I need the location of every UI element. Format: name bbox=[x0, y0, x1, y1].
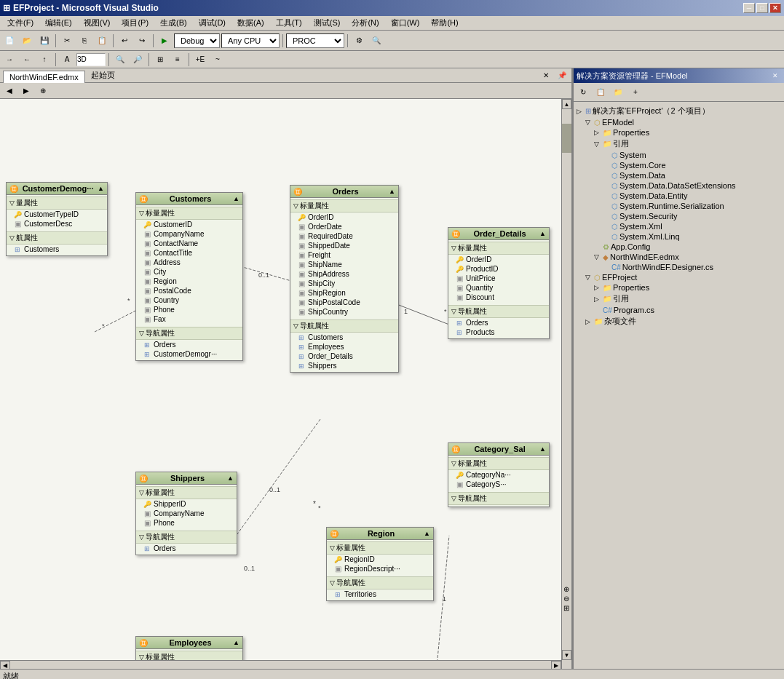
tree-system-core[interactable]: ⬡ System.Core bbox=[577, 160, 781, 170]
menu-analyze[interactable]: 分析(N) bbox=[347, 16, 383, 30]
undo-btn[interactable]: ↩ bbox=[116, 33, 132, 48]
tree-efmodel[interactable]: ▽ ⬡ EFModel bbox=[577, 117, 781, 127]
section-header-nav-catsal[interactable]: ▽导航属性 bbox=[448, 492, 549, 505]
panel-close-btn[interactable]: ✕ bbox=[769, 71, 781, 81]
entity-orders[interactable]: ♊ Orders ▲ ▽标量属性 🔑 OrderID ▣ OrderDate bbox=[290, 185, 399, 373]
tree-misc-files[interactable]: ▷ 📁 杂项文件 bbox=[577, 315, 781, 327]
tree-properties-1[interactable]: ▷ 📁 Properties bbox=[577, 127, 781, 138]
entity-header-customerdemog[interactable]: ♊ CustomerDemog··· ▲ bbox=[7, 183, 107, 195]
collapse-order-details[interactable]: ▲ bbox=[539, 230, 546, 237]
tree-system-data[interactable]: ⬡ System.Data bbox=[577, 170, 781, 180]
se-props-btn[interactable]: 📋 bbox=[593, 85, 609, 100]
dtb-1[interactable]: ◀ bbox=[1, 84, 17, 98]
tb-btn4[interactable]: A bbox=[59, 52, 75, 67]
extra-btn1[interactable]: ⚙ bbox=[351, 33, 367, 48]
menu-debug[interactable]: 调试(D) bbox=[194, 16, 230, 30]
tree-system-data-dse[interactable]: ⬡ System.Data.DataSetExtensions bbox=[577, 180, 781, 191]
section-header-scalar-shippers[interactable]: ▽标量属性 bbox=[136, 486, 237, 499]
entity-shippers[interactable]: ♊ Shippers ▲ ▽标量属性 🔑 ShipperID ▣ Company… bbox=[135, 472, 237, 555]
menu-build[interactable]: 生成(B) bbox=[156, 16, 191, 30]
menu-test[interactable]: 测试(S) bbox=[309, 16, 345, 30]
extra-btn2[interactable]: 🔍 bbox=[368, 33, 384, 48]
save-btn[interactable]: 💾 bbox=[36, 33, 52, 48]
entity-customerdemog[interactable]: ♊ CustomerDemog··· ▲ ▽量属性 🔑 CustomerType… bbox=[6, 182, 108, 256]
zoom-in-canvas[interactable]: ⊕ bbox=[563, 585, 569, 593]
horizontal-scrollbar[interactable]: ◀ ▶ bbox=[0, 660, 561, 669]
cpu-config-dropdown[interactable]: Any CPU bbox=[221, 33, 280, 48]
entity-header-category-sal[interactable]: ♊ Category_Sal ▲ bbox=[448, 443, 549, 456]
new-btn[interactable]: 📄 bbox=[1, 33, 17, 48]
run-btn[interactable]: ▶ bbox=[157, 33, 173, 48]
scroll-left-btn[interactable]: ◀ bbox=[0, 661, 10, 669]
section-header-nav-customers[interactable]: ▽导航属性 bbox=[136, 327, 242, 340]
close-button[interactable]: ✕ bbox=[769, 3, 781, 13]
layout-btn[interactable]: ≡ bbox=[170, 52, 186, 67]
canvas[interactable]: 0..1 1 * * * 0..1 * 1 0..1 * bbox=[0, 99, 571, 669]
section-header-scalar-customers[interactable]: ▽标量属性 bbox=[136, 207, 242, 220]
tree-system-data-entity[interactable]: ⬡ System.Data.Entity bbox=[577, 191, 781, 201]
entity-header-customers[interactable]: ♊ Customers ▲ bbox=[136, 193, 242, 205]
section-header-scalar-orders[interactable]: ▽标量属性 bbox=[290, 199, 398, 213]
collapse-customers[interactable]: ▲ bbox=[233, 195, 239, 202]
dtb-2[interactable]: ▶ bbox=[18, 84, 34, 98]
tree-system[interactable]: ⬡ System bbox=[577, 150, 781, 160]
tab-start[interactable]: 起始页 bbox=[85, 68, 121, 82]
vertical-scrollbar[interactable]: ▲ ▼ ⊕ ⊖ ⊞ bbox=[561, 99, 571, 669]
section-header-scalar-customerdemog[interactable]: ▽量属性 bbox=[7, 196, 107, 210]
tb-btn3[interactable]: ↑ bbox=[36, 52, 52, 67]
collapse-region[interactable]: ▲ bbox=[424, 530, 430, 537]
open-btn[interactable]: 📂 bbox=[19, 33, 35, 48]
scroll-down-btn[interactable]: ▼ bbox=[562, 650, 571, 660]
zoom-in-btn[interactable]: 🔍 bbox=[112, 52, 128, 67]
scroll-right-btn[interactable]: ▶ bbox=[551, 661, 561, 669]
section-header-scalar-region[interactable]: ▽标量属性 bbox=[327, 541, 433, 555]
maximize-button[interactable]: □ bbox=[756, 3, 768, 13]
menu-tools[interactable]: 工具(T) bbox=[272, 16, 306, 30]
menu-help[interactable]: 帮助(H) bbox=[427, 16, 462, 30]
section-header-nav-orders[interactable]: ▽导航属性 bbox=[290, 319, 398, 333]
collapse-category-sal[interactable]: ▲ bbox=[539, 445, 546, 453]
collapse-employees[interactable]: ▲ bbox=[233, 639, 239, 646]
section-header-scalar-catsal[interactable]: ▽标量属性 bbox=[448, 457, 549, 470]
add-assoc-btn[interactable]: ~ bbox=[210, 52, 226, 67]
redo-btn[interactable]: ↪ bbox=[134, 33, 150, 48]
tb-btn2[interactable]: ← bbox=[19, 52, 35, 67]
zoom-out-canvas[interactable]: ⊖ bbox=[563, 595, 569, 603]
dtb-3[interactable]: ⊕ bbox=[35, 84, 51, 98]
menu-window[interactable]: 窗口(W) bbox=[387, 16, 424, 30]
collapse-shippers[interactable]: ▲ bbox=[227, 474, 234, 482]
tree-programcs[interactable]: C# Program.cs bbox=[577, 305, 781, 315]
tree-system-xml[interactable]: ⬡ System.Xml bbox=[577, 221, 781, 231]
scroll-up-btn[interactable]: ▲ bbox=[562, 99, 571, 109]
entity-header-orders[interactable]: ♊ Orders ▲ bbox=[290, 186, 398, 198]
entity-customers[interactable]: ♊ Customers ▲ ▽标量属性 🔑 CustomerID ▣ Compa… bbox=[135, 192, 243, 361]
se-showallfiles-btn[interactable]: 📁 bbox=[610, 85, 626, 100]
tree-root[interactable]: ▷ ⊞ 解决方案'EFProject'（2 个项目） bbox=[577, 105, 781, 117]
entity-header-shippers[interactable]: ♊ Shippers ▲ bbox=[136, 472, 237, 485]
cut-btn[interactable]: ✂ bbox=[59, 33, 75, 48]
menu-project[interactable]: 项目(P) bbox=[117, 16, 153, 30]
entity-region[interactable]: ♊ Region ▲ ▽标量属性 🔑 RegionID ▣ RegionDesc… bbox=[326, 527, 434, 601]
minimize-button[interactable]: ─ bbox=[743, 3, 755, 13]
tree-system-security[interactable]: ⬡ System.Security bbox=[577, 211, 781, 221]
copy-btn[interactable]: ⎘ bbox=[76, 33, 92, 48]
scroll-thumb-v[interactable] bbox=[562, 124, 571, 153]
tree-northwindEF-edmx[interactable]: ▽ ◆ NorthWindEF.edmx bbox=[577, 252, 781, 262]
tree-system-runtime[interactable]: ⬡ System.Runtime.Serialization bbox=[577, 201, 781, 211]
entity-header-employees[interactable]: ♊ Employees ▲ bbox=[136, 637, 242, 649]
section-header-nav-region[interactable]: ▽导航属性 bbox=[327, 576, 433, 589]
tree-efproject[interactable]: ▽ ⬡ EFProject bbox=[577, 272, 781, 282]
proc-dropdown[interactable]: PROC bbox=[286, 33, 344, 48]
se-newitem-btn[interactable]: + bbox=[627, 85, 644, 100]
entity-header-region[interactable]: ♊ Region ▲ bbox=[327, 528, 433, 540]
section-header-scalar-od[interactable]: ▽标量属性 bbox=[448, 242, 549, 255]
collapse-orders[interactable]: ▲ bbox=[389, 188, 395, 195]
zoom-input[interactable] bbox=[76, 53, 106, 66]
pin-tab-btn[interactable]: 📌 bbox=[554, 68, 570, 82]
tb-btn1[interactable]: → bbox=[1, 52, 17, 67]
tree-northwindEF-designer[interactable]: C# NorthWindEF.Designer.cs bbox=[577, 262, 781, 272]
section-header-nav-shippers[interactable]: ▽导航属性 bbox=[136, 531, 237, 544]
entity-category-sal[interactable]: ♊ Category_Sal ▲ ▽标量属性 🔑 CategoryNa··· ▣… bbox=[448, 442, 550, 507]
menu-data[interactable]: 数据(A) bbox=[233, 16, 269, 30]
menu-view[interactable]: 视图(V) bbox=[79, 16, 115, 30]
